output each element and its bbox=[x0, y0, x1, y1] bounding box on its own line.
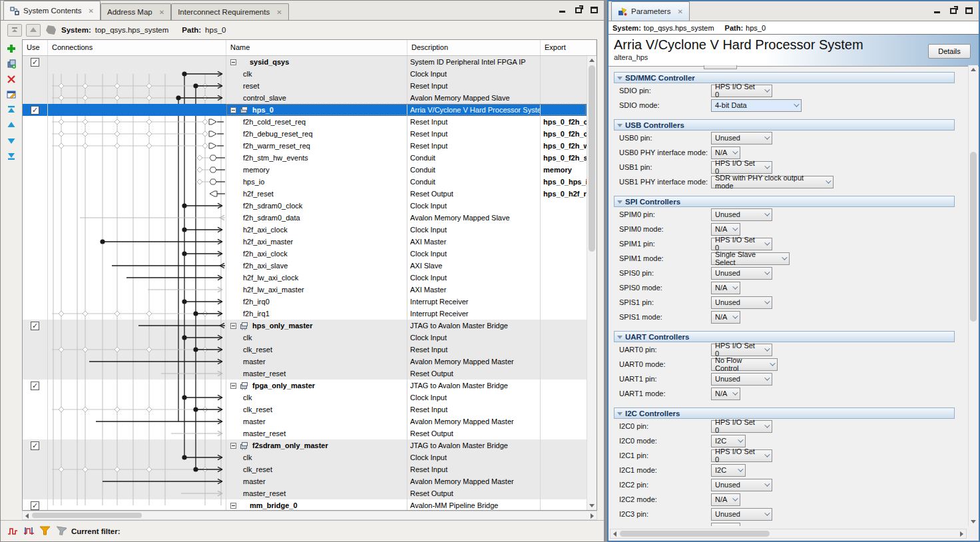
details-button[interactable]: Details bbox=[928, 44, 971, 59]
parameters-horizontal-scrollbar[interactable] bbox=[610, 529, 967, 539]
close-icon[interactable]: ✕ bbox=[89, 7, 94, 15]
table-row-f2h_sdram0_data[interactable]: f2h_sdram0_dataAvalon Memory Mapped Slav… bbox=[23, 212, 587, 224]
section-header[interactable]: SD/MMC Controller bbox=[614, 72, 955, 83]
section-header[interactable]: USB Controllers bbox=[614, 119, 955, 131]
move-bottom-button[interactable] bbox=[5, 149, 18, 162]
collapse-button[interactable] bbox=[7, 24, 22, 37]
collapse-toggle-icon[interactable] bbox=[230, 383, 236, 389]
table-row-clk_reset[interactable]: clk_resetReset Input bbox=[23, 344, 587, 356]
scroll-down-arrow[interactable] bbox=[971, 520, 976, 523]
param-dropdown[interactable]: N/A bbox=[711, 146, 740, 159]
param-dropdown[interactable]: Unused bbox=[711, 208, 772, 221]
collapse-toggle-icon[interactable] bbox=[230, 443, 236, 449]
table-row-clk[interactable]: clkClock Input bbox=[23, 392, 587, 404]
scroll-thumb[interactable] bbox=[32, 513, 142, 518]
param-dropdown[interactable]: 4-bit Data bbox=[711, 99, 802, 112]
table-row-f2h_axi_slave[interactable]: f2h_axi_slaveAXI Slave bbox=[23, 260, 587, 272]
signal-alt-icon[interactable] bbox=[23, 526, 35, 536]
minimize-button[interactable] bbox=[557, 5, 568, 15]
table-row-f2h_stm_hw_events[interactable]: f2h_stm_hw_eventsConduithps_0_f2h_s bbox=[23, 152, 587, 164]
table-row-master[interactable]: masterAvalon Memory Mapped Master bbox=[23, 356, 587, 368]
param-dropdown[interactable]: Unused bbox=[711, 132, 772, 144]
section-header[interactable]: UART Controllers bbox=[614, 331, 955, 342]
table-row-clk[interactable]: clkClock Input bbox=[23, 68, 587, 80]
table-row-sysid_qsys[interactable]: ✓sysid_qsysSystem ID Peripheral Intel FP… bbox=[23, 56, 587, 68]
tab-parameters[interactable]: Parameters ✕ bbox=[611, 1, 690, 21]
table-row-hps_only_master[interactable]: ✓hps_only_masterJTAG to Avalon Master Br… bbox=[23, 320, 587, 332]
table-row-h2f_reset[interactable]: h2f_resetReset Outputhps_0_h2f_r bbox=[23, 188, 587, 200]
table-row-clk[interactable]: clkClock Input bbox=[23, 451, 587, 463]
table-row-clk_reset[interactable]: clk_resetReset Input bbox=[23, 463, 587, 475]
table-row-hps_0[interactable]: ✓hps_0Arria V/Cyclone V Hard Processor S… bbox=[23, 104, 587, 116]
tab-system-contents[interactable]: System Contents✕ bbox=[3, 1, 101, 20]
minimize-button[interactable] bbox=[931, 5, 943, 15]
param-dropdown[interactable]: N/A bbox=[711, 388, 740, 400]
table-horizontal-scrollbar[interactable] bbox=[22, 511, 597, 520]
maximize-button[interactable] bbox=[589, 5, 600, 15]
scroll-left-arrow[interactable] bbox=[613, 531, 616, 537]
param-dropdown[interactable]: N/A bbox=[711, 282, 740, 294]
scroll-up-arrow[interactable] bbox=[589, 59, 595, 62]
use-checkbox[interactable]: ✓ bbox=[31, 382, 39, 390]
table-row-f2sdram_only_master[interactable]: ✓f2sdram_only_masterJTAG to Avalon Maste… bbox=[23, 439, 587, 451]
remove-button[interactable] bbox=[5, 73, 18, 85]
param-dropdown[interactable]: HPS I/O Set 0 bbox=[711, 238, 772, 250]
scroll-right-arrow[interactable] bbox=[591, 513, 594, 519]
move-top-button[interactable] bbox=[5, 103, 18, 116]
collapse-toggle-icon[interactable] bbox=[230, 107, 236, 113]
param-dropdown[interactable]: Unused bbox=[711, 296, 772, 309]
table-row-hps_io[interactable]: hps_ioConduithps_0_hps_i bbox=[23, 176, 587, 188]
use-checkbox[interactable]: ✓ bbox=[31, 106, 39, 115]
table-row-h2f_lw_axi_clock[interactable]: h2f_lw_axi_clockClock Input bbox=[23, 272, 587, 284]
scroll-up-arrow[interactable] bbox=[971, 68, 976, 71]
maximize-button[interactable] bbox=[963, 5, 975, 15]
param-dropdown[interactable] bbox=[711, 523, 740, 527]
column-header-export[interactable]: Export bbox=[541, 40, 597, 55]
table-row-h2f_lw_axi_master[interactable]: h2f_lw_axi_masterAXI Master bbox=[23, 284, 587, 296]
section-header[interactable]: SPI Controllers bbox=[614, 196, 955, 207]
use-checkbox[interactable]: ✓ bbox=[31, 58, 39, 67]
float-button[interactable] bbox=[573, 5, 584, 15]
column-header-description[interactable]: Description bbox=[407, 40, 541, 55]
table-row-h2f_axi_clock[interactable]: h2f_axi_clockClock Input bbox=[23, 224, 587, 236]
scroll-thumb[interactable] bbox=[620, 531, 770, 537]
param-dropdown[interactable]: HPS I/O Set 0 bbox=[711, 161, 772, 174]
move-up-button[interactable] bbox=[5, 119, 18, 131]
table-row-reset[interactable]: resetReset Input bbox=[23, 80, 587, 92]
table-row-h2f_axi_master[interactable]: h2f_axi_masterAXI Master bbox=[23, 236, 587, 248]
param-dropdown[interactable]: Unused bbox=[711, 267, 772, 280]
parameters-vertical-scrollbar[interactable] bbox=[968, 65, 978, 526]
signal-icon[interactable] bbox=[7, 526, 19, 536]
column-header-connections[interactable]: Connections bbox=[48, 40, 226, 55]
table-row-clk[interactable]: clkClock Input bbox=[23, 332, 587, 344]
use-checkbox[interactable]: ✓ bbox=[31, 322, 39, 330]
param-dropdown[interactable]: Unused bbox=[711, 373, 772, 386]
table-row-control_slave[interactable]: control_slaveAvalon Memory Mapped Slave bbox=[23, 92, 587, 104]
filter-icon[interactable] bbox=[39, 526, 51, 536]
up-level-button[interactable] bbox=[26, 24, 41, 37]
param-dropdown[interactable]: HPS I/O Set 0 bbox=[711, 85, 772, 97]
table-row-f2h_cold_reset_req[interactable]: f2h_cold_reset_reqReset Inputhps_0_f2h_c bbox=[23, 116, 587, 128]
param-dropdown[interactable]: N/A bbox=[711, 223, 740, 236]
column-header-name[interactable]: Name bbox=[226, 40, 407, 55]
param-dropdown[interactable]: Single Slave Select bbox=[711, 252, 790, 265]
table-row-f2h_irq0[interactable]: f2h_irq0Interrupt Receiver bbox=[23, 296, 587, 308]
use-checkbox[interactable]: ✓ bbox=[31, 501, 39, 510]
scroll-right-arrow[interactable] bbox=[960, 531, 963, 537]
table-row-f2h_irq1[interactable]: f2h_irq1Interrupt Receiver bbox=[23, 308, 587, 320]
float-button[interactable] bbox=[947, 5, 959, 15]
table-row-memory[interactable]: memoryConduitmemory bbox=[23, 164, 587, 176]
edit-button[interactable] bbox=[5, 88, 18, 101]
tab-address-map[interactable]: Address Map✕ bbox=[101, 3, 171, 20]
use-checkbox[interactable]: ✓ bbox=[31, 441, 39, 450]
duplicate-button[interactable] bbox=[5, 57, 18, 70]
scroll-thumb[interactable] bbox=[970, 152, 977, 322]
param-dropdown[interactable]: N/A bbox=[711, 493, 740, 506]
collapse-toggle-icon[interactable] bbox=[230, 59, 236, 65]
param-dropdown[interactable]: Unused bbox=[711, 479, 772, 491]
param-dropdown[interactable]: HPS I/O Set 0 bbox=[711, 420, 772, 433]
param-dropdown[interactable]: HPS I/O Set 0 bbox=[711, 449, 772, 462]
table-row-f2h_debug_reset_req[interactable]: f2h_debug_reset_reqReset Inputhps_0_f2h_… bbox=[23, 128, 587, 140]
table-row-master[interactable]: masterAvalon Memory Mapped Master bbox=[23, 415, 587, 427]
scroll-thumb[interactable] bbox=[589, 65, 595, 252]
